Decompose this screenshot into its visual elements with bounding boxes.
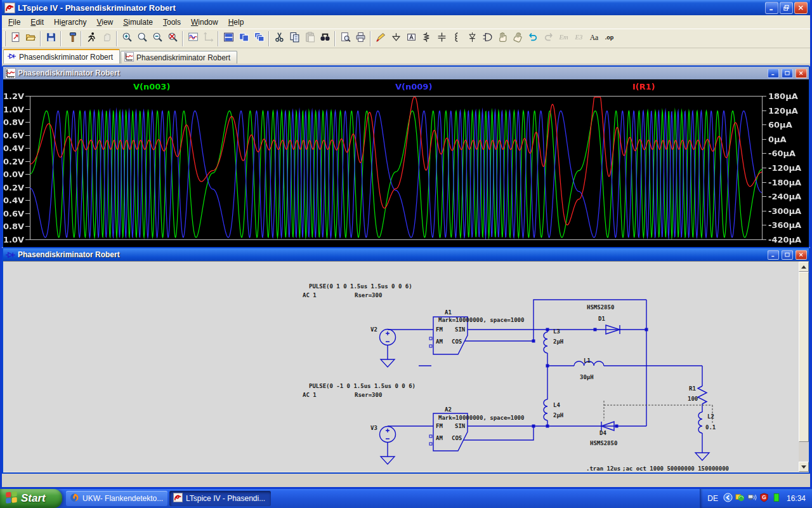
v2-voltage-source[interactable] [380,330,396,345]
l3-inductor[interactable] [544,332,547,353]
svg-text:Em: Em [558,34,568,41]
menu-view[interactable]: View [91,17,118,28]
scrollbar-thumb[interactable] [799,272,809,442]
toolbar-copy-button[interactable] [287,30,302,47]
schematic-label: PULSE(0 -1 0 1.5us 1.5us 0 0 6) [309,383,416,389]
schematic-vertical-scrollbar[interactable] [799,262,809,472]
toolbar-run-button[interactable] [84,30,99,47]
toolbar-tile-horizontal-button[interactable] [221,30,236,47]
toolbar-ground-button[interactable] [388,30,403,47]
toolbar-drag-button[interactable] [510,30,525,47]
svg-text:E3: E3 [574,34,582,41]
waveform-maximize-button[interactable] [782,69,793,78]
schematic-wires[interactable] [388,300,702,457]
arrow-up-icon [801,265,806,269]
open-icon [25,32,36,45]
toolbar-rotate-button: E3 [571,30,586,47]
taskbar-task-inactive[interactable]: UKW- Flankendetekto... [66,491,167,506]
menu-file[interactable]: File [3,17,25,28]
l2-inductor[interactable] [698,412,702,433]
schematic-label: AM [436,338,443,345]
toolbar-separator [370,31,371,46]
toolbar-print-preview-button[interactable] [337,30,353,47]
minimize-button[interactable] [765,2,778,14]
menu-bar: FileEditHierarchyViewSimulateToolsWindow… [2,15,810,29]
menu-tools[interactable]: Tools [158,17,186,28]
taskbar-task-active[interactable]: LTspice IV - Phasendi... [169,491,271,506]
scroll-down-button[interactable] [799,462,809,472]
print-icon [355,32,366,45]
move-icon [497,32,508,45]
schematic-canvas[interactable]: PULSE(0 1 0 1.5us 1.5us 0 0 6)AC 1Rser=3… [3,261,809,472]
waveform-window: Phasendiskriminator Robert [2,65,810,247]
menu-edit[interactable]: Edit [25,17,49,28]
taskbar: Start UKW- Flankendetekto...LTspice IV -… [0,489,812,508]
waveform-close-button[interactable] [796,69,807,78]
toolbar-new-schematic-button[interactable] [8,30,23,47]
main-title-bar[interactable]: LTspice IV - Phasendiskriminator Robert [2,0,810,15]
toolbar-wire-button[interactable] [373,30,388,47]
mdi-workspace: Phasendiskriminator Robert Phasendiskrim… [2,64,810,487]
restore-button[interactable] [780,2,793,14]
tray-collapse-icon[interactable] [723,493,733,504]
app-green-icon[interactable] [735,493,745,504]
toolbar-zoom-back-button[interactable] [165,30,180,47]
toolbar-inductor-button[interactable] [449,30,464,47]
toolbar-undo-button[interactable] [525,30,540,47]
ltspice-app-icon [4,3,15,13]
green-status-icon[interactable] [771,493,781,504]
tab-2[interactable]: Phasendiskriminator Robert [121,51,237,64]
gdata-shield-icon[interactable]: G [759,493,769,504]
waveform-canvas[interactable] [3,79,809,246]
schematic-label: ;ac oct 1000 50000000 150000000 [622,465,729,472]
waveform-plot-area[interactable] [3,79,809,248]
toolbar-save-button[interactable] [43,30,58,47]
toolbar-zoom-in-button[interactable] [119,30,134,47]
waveform-minimize-button[interactable] [768,69,779,78]
l4-inductor[interactable] [544,399,547,420]
toolbar-grip[interactable] [4,31,6,46]
close-button[interactable] [794,2,808,14]
toolbar-find-button[interactable] [317,30,332,47]
toolbar-label-net-button[interactable] [403,30,419,47]
toolbar-print-button[interactable] [353,30,368,47]
toolbar-move-button[interactable] [495,30,510,47]
menu-hierarchy[interactable]: Hierarchy [49,17,91,28]
toolbar-spice-directive-button[interactable]: .op [601,30,617,47]
network-volume-icon[interactable] [747,493,757,504]
redo-icon [543,32,554,45]
toolbar-open-button[interactable] [23,30,38,47]
toolbar-zoom-full-button[interactable] [134,30,150,47]
toolbar-diode-button[interactable] [464,30,480,47]
menu-simulate[interactable]: Simulate [118,17,158,28]
tab-1-active[interactable]: Phasendiskriminator Robert [3,49,120,64]
schematic-drawing[interactable]: PULSE(0 1 0 1.5us 1.5us 0 0 6)AC 1Rser=3… [3,262,799,472]
plot-settings-icon [188,32,199,45]
toolbar-text-button[interactable]: Aa [586,30,601,47]
v3-voltage-source[interactable] [380,427,396,443]
menu-help[interactable]: Help [223,17,249,28]
toolbar-resistor-button[interactable] [419,30,434,47]
toolbar-zoom-out-button[interactable] [150,30,165,47]
schematic-minimize-button[interactable] [768,250,779,260]
taskbar-clock[interactable]: 16:34 [787,494,806,503]
save-icon [46,32,56,45]
scroll-up-button[interactable] [799,262,809,272]
toolbar-control-panel-button[interactable] [63,30,79,47]
schematic-maximize-button[interactable] [782,250,793,260]
waveform-window-title-bar[interactable]: Phasendiskriminator Robert [3,67,809,79]
schematic-close-button[interactable] [796,250,807,260]
toolbar-cut-button[interactable] [272,30,287,47]
schematic-label: A1 [445,309,452,316]
toolbar-tile-vertical-button[interactable] [236,30,251,47]
r1-resistor[interactable] [698,386,707,404]
language-indicator[interactable]: DE [705,494,720,503]
menu-window[interactable]: Window [186,17,223,28]
toolbar-capacitor-button[interactable] [434,30,449,47]
toolbar-component-button[interactable] [480,30,495,47]
start-button[interactable]: Start [0,489,62,508]
toolbar-plot-settings-button[interactable] [185,30,200,47]
schematic-window-title-bar[interactable]: Phasendiskriminator Robert [3,248,809,261]
ground-symbols[interactable] [381,359,709,464]
toolbar-cascade-button[interactable] [251,30,266,47]
